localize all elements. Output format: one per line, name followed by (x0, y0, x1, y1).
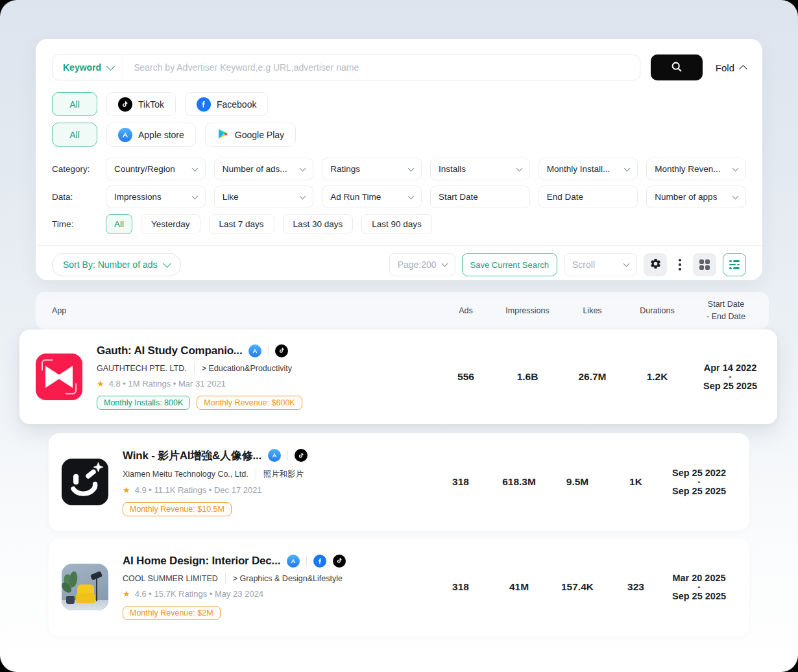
time-chip-yesterday[interactable]: Yesterday (141, 214, 200, 234)
settings-button[interactable] (644, 253, 667, 276)
filter-panel: Keyword Fold All Tik (36, 39, 762, 280)
divider (268, 346, 269, 356)
network-facebook-chip[interactable]: Facebook (185, 92, 268, 116)
star-icon: ★ (123, 486, 130, 494)
ads-value: 318 (431, 476, 490, 488)
app-category: > Graphics & Design&Lifestyle (233, 574, 343, 583)
chevron-down-icon (441, 261, 448, 267)
data-label: Data: (52, 192, 106, 202)
category-filter-line: Category: Country/Region Number of ads..… (52, 158, 746, 180)
likes-value: 157.4K (548, 581, 607, 593)
keyword-type-dropdown[interactable]: Keyword (53, 62, 123, 73)
chevron-down-icon (408, 165, 415, 171)
divider (306, 556, 307, 566)
time-chip-last-90-days[interactable]: Last 90 days (361, 214, 432, 234)
app-company: GAUTHTECH PTE. LTD. (97, 364, 187, 373)
network-all-label: All (69, 99, 80, 110)
table-header: App Ads Impressions Likes Durations Star… (36, 292, 769, 330)
dropdown-ad-run-time[interactable]: Ad Run Time (322, 186, 422, 208)
table-row[interactable]: Wink - 影片AI增強&人像修... Xiamen Meitu Techno… (49, 433, 749, 531)
apple-store-icon (268, 449, 281, 462)
network-all-chip[interactable]: All (52, 92, 97, 116)
impressions-value: 618.3M (490, 476, 548, 488)
time-chip-last-7-days[interactable]: Last 7 days (209, 214, 274, 234)
list-view-icon (729, 260, 740, 261)
save-current-search-button[interactable]: Save Current Search (462, 253, 557, 276)
divider (287, 450, 288, 461)
divider (36, 245, 762, 246)
sort-by-dropdown[interactable]: Sort By: Number of ads (52, 253, 181, 276)
apple-store-icon (248, 344, 261, 357)
dropdown-impressions[interactable]: Impressions (106, 186, 206, 208)
likes-value: 9.5M (548, 476, 607, 488)
store-all-chip[interactable]: All (52, 123, 97, 147)
app-title[interactable]: Gauth: AI Study Companio... (97, 344, 242, 357)
network-tiktok-label: TikTok (138, 99, 164, 110)
app-cell: Wink - 影片AI增強&人像修... Xiamen Meitu Techno… (62, 433, 431, 531)
time-chip-all[interactable]: All (106, 214, 132, 234)
chevron-down-icon (300, 193, 306, 199)
scroll-mode-dropdown[interactable]: Scroll (564, 253, 637, 276)
grid-view-button[interactable] (693, 253, 716, 276)
tiktok-icon (118, 97, 132, 112)
app-rating-line: 4.9 • 11.1K Ratings • Dec 17 2021 (135, 485, 262, 495)
date-range: Mar 20 2025 - Sep 25 2025 (665, 571, 733, 603)
app-intelligence-page: Keyword Fold All Tik (0, 0, 798, 672)
store-google-play-chip[interactable]: Google Play (205, 123, 296, 147)
store-apple-chip[interactable]: Apple store (106, 123, 196, 147)
dropdown-number-of-apps[interactable]: Number of apps (646, 186, 746, 208)
app-info: Gauth: AI Study Companio... GAUTHTECH PT… (97, 344, 302, 410)
app-icon-gauth (36, 354, 82, 400)
column-header-impressions: Impressions (495, 305, 560, 317)
apple-store-icon (118, 128, 132, 142)
network-tiktok-chip[interactable]: TikTok (106, 92, 176, 116)
search-icon (670, 60, 683, 75)
network-facebook-label: Facebook (217, 99, 256, 110)
more-options-button[interactable] (673, 253, 686, 276)
category-label: Category: (52, 164, 106, 174)
dropdown-number-of-ads[interactable]: Number of ads... (214, 158, 314, 180)
time-chip-last-30-days[interactable]: Last 30 days (283, 214, 354, 234)
chevron-down-icon (191, 165, 198, 171)
fold-toggle[interactable]: Fold (716, 62, 746, 73)
star-icon: ★ (97, 379, 104, 388)
app-title[interactable]: Wink - 影片AI增強&人像修... (123, 448, 261, 463)
app-category: > Education&Productivity (202, 364, 292, 373)
dropdown-like[interactable]: Like (214, 186, 314, 208)
search-input[interactable] (123, 62, 640, 73)
divider (194, 363, 195, 374)
chevron-down-icon (191, 193, 198, 199)
search-row: Keyword Fold (52, 54, 746, 80)
app-rating-line: 4.6 • 15.7K Ratings • May 23 2024 (135, 589, 263, 599)
dropdown-ratings[interactable]: Ratings (322, 158, 422, 180)
chevron-down-icon (408, 193, 415, 199)
keyword-type-label: Keyword (63, 62, 101, 73)
search-button[interactable] (651, 54, 703, 80)
dropdown-monthly-installs[interactable]: Monthly Install... (538, 158, 638, 180)
facebook-icon (313, 555, 326, 568)
list-view-button[interactable] (723, 253, 746, 276)
table-row[interactable]: Gauth: AI Study Companio... GAUTHTECH PT… (19, 330, 777, 424)
dropdown-installs[interactable]: Installs (430, 158, 530, 180)
app-info: Wink - 影片AI增強&人像修... Xiamen Meitu Techno… (123, 448, 308, 516)
chevron-down-icon (732, 165, 739, 171)
ads-value: 556 (437, 371, 495, 383)
dropdown-country-region[interactable]: Country/Region (106, 158, 206, 180)
column-header-likes: Likes (560, 305, 625, 317)
chevron-down-icon (106, 62, 115, 71)
chevron-down-icon (623, 261, 630, 267)
dropdown-monthly-revenue[interactable]: Monthly Reven... (646, 158, 746, 180)
app-title[interactable]: AI Home Design: Interior Dec... (123, 555, 280, 568)
monthly-revenue-badge: Monthly Revenue: $600K (197, 396, 302, 410)
column-header-app: App (52, 305, 437, 317)
durations-value: 323 (607, 581, 665, 593)
page-size-dropdown[interactable]: Page:200 (389, 253, 455, 276)
chevron-down-icon (163, 259, 171, 268)
table-row[interactable]: AI Home Design: Interior Dec... COOL SUM… (49, 538, 749, 636)
input-end-date[interactable]: End Date (538, 186, 638, 208)
monthly-revenue-badge: Monthly Revenue: $10.5M (123, 502, 232, 516)
input-start-date[interactable]: Start Date (430, 186, 530, 208)
impressions-value: 1.6B (495, 371, 560, 383)
app-icon-ai-home-design (62, 564, 108, 610)
chevron-down-icon (516, 165, 522, 171)
